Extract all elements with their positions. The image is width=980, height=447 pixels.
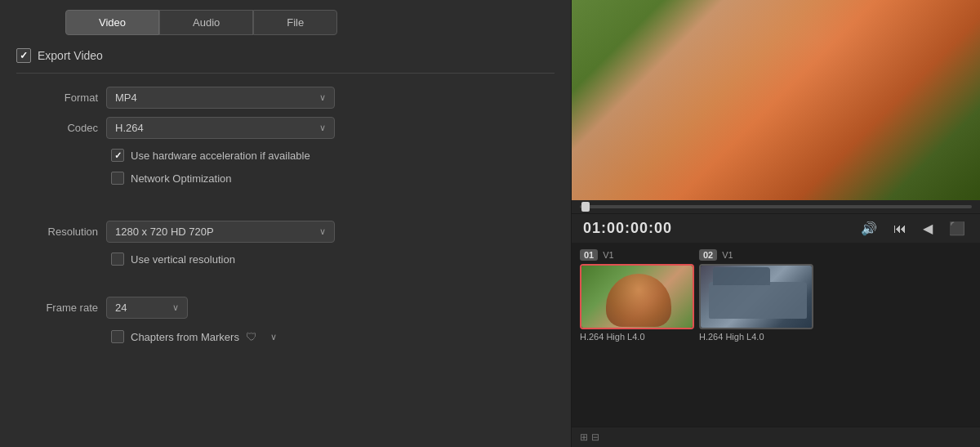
resolution-value: 1280 x 720 HD 720P <box>115 226 214 238</box>
person-overlay <box>572 0 980 200</box>
clip-1-header: 01 V1 <box>580 249 694 261</box>
frame-rate-value: 24 <box>115 302 127 314</box>
codec-value: H.264 <box>115 122 144 134</box>
frame-rate-arrow: ∨ <box>172 302 179 313</box>
hardware-accel-checkmark: ✓ <box>114 150 122 161</box>
right-panel: 01:00:00:00 🔊 ⏮ ◀ ⬛ 01 V1 H.264 High L4.… <box>572 0 980 447</box>
resolution-row: Resolution 1280 x 720 HD 720P ∨ <box>24 221 555 243</box>
codec-label: Codec <box>24 122 98 134</box>
export-video-row: ✓ Export Video <box>16 48 555 74</box>
hardware-accel-checkbox[interactable]: ✓ <box>111 149 124 162</box>
clip-1-badge: 01 <box>580 249 598 261</box>
form-section: Format MP4 ∨ Codec H.264 ∨ ✓ Use har <box>24 87 555 343</box>
clip-2-track: V1 <box>722 250 733 260</box>
clip-1-thumbnail[interactable] <box>580 264 694 329</box>
layout-icon[interactable]: ⊟ <box>591 431 599 443</box>
left-panel: Video Audio File ✓ Export Video Format M… <box>0 0 572 447</box>
frame-rate-dropdown[interactable]: 24 ∨ <box>106 297 188 319</box>
hardware-accel-row: ✓ Use hardware acceleration if available <box>111 149 555 162</box>
format-dropdown[interactable]: MP4 ∨ <box>106 87 335 109</box>
export-checkmark: ✓ <box>20 50 28 61</box>
format-label: Format <box>24 92 98 104</box>
codec-arrow: ∨ <box>319 123 326 133</box>
chapters-row: Chapters from Markers 🛡 ∨ <box>111 330 555 343</box>
vertical-res-row: Use vertical resolution <box>111 253 555 266</box>
play-back-icon[interactable]: ◀ <box>920 219 936 238</box>
controls-bar: 01:00:00:00 🔊 ⏮ ◀ ⬛ <box>572 213 980 243</box>
codec-row: Codec H.264 ∨ <box>24 117 555 139</box>
format-row: Format MP4 ∨ <box>24 87 555 109</box>
clips-row: 01 V1 H.264 High L4.0 02 V1 <box>580 249 972 342</box>
clip-2-wrapper: 02 V1 H.264 High L4.0 <box>699 249 813 342</box>
stop-icon[interactable]: ⬛ <box>946 219 969 238</box>
timeline-slider-thumb[interactable] <box>581 202 590 212</box>
skip-back-icon[interactable]: ⏮ <box>890 220 910 238</box>
shield-icon: 🛡 <box>246 330 257 343</box>
timeline-bar <box>572 200 980 213</box>
tab-audio[interactable]: Audio <box>159 10 253 35</box>
clip-2-thumbnail[interactable] <box>699 264 813 329</box>
format-arrow: ∨ <box>319 92 326 103</box>
resolution-label: Resolution <box>24 226 98 238</box>
volume-icon[interactable]: 🔊 <box>858 219 880 238</box>
grid-icon[interactable]: ⊞ <box>580 431 588 443</box>
hardware-accel-label: Use hardware acceleration if available <box>131 150 310 162</box>
clips-area: 01 V1 H.264 High L4.0 02 V1 <box>572 243 980 427</box>
chapters-arrow[interactable]: ∨ <box>270 332 277 342</box>
content-area: ✓ Export Video Format MP4 ∨ Codec H.264 … <box>0 35 571 447</box>
vertical-res-label: Use vertical resolution <box>131 253 235 266</box>
chapters-label: Chapters from Markers <box>131 331 239 343</box>
network-opt-checkbox[interactable] <box>111 172 124 185</box>
resolution-arrow: ∨ <box>319 226 326 237</box>
clip-2-image <box>701 266 812 328</box>
network-opt-row: Network Optimization <box>111 172 555 185</box>
clip-2-header: 02 V1 <box>699 249 813 261</box>
clip-1-label: H.264 High L4.0 <box>580 332 645 342</box>
export-video-label: Export Video <box>38 49 103 62</box>
tab-bar: Video Audio File <box>0 0 571 35</box>
clip-2-label: H.264 High L4.0 <box>699 332 764 342</box>
export-video-checkbox[interactable]: ✓ <box>16 48 31 63</box>
clip-1-track: V1 <box>603 250 613 260</box>
clip-2-badge: 02 <box>699 249 717 261</box>
codec-dropdown[interactable]: H.264 ∨ <box>106 117 335 139</box>
format-value: MP4 <box>115 92 137 104</box>
frame-rate-row: Frame rate 24 ∨ <box>24 297 555 319</box>
clip-1-image <box>581 266 693 328</box>
tab-file[interactable]: File <box>253 10 337 35</box>
network-opt-label: Network Optimization <box>131 172 232 185</box>
resolution-dropdown[interactable]: 1280 x 720 HD 720P ∨ <box>106 221 335 243</box>
video-preview <box>572 0 980 200</box>
vertical-res-checkbox[interactable] <box>111 253 124 266</box>
clip-1-wrapper: 01 V1 H.264 High L4.0 <box>580 249 694 342</box>
clip-2-truck <box>709 282 807 319</box>
bottom-bar: ⊞ ⊟ <box>572 427 980 447</box>
chapters-checkbox[interactable] <box>111 330 124 343</box>
clip-1-person <box>606 274 671 327</box>
timecode: 01:00:00:00 <box>583 220 848 237</box>
tab-video[interactable]: Video <box>65 10 159 35</box>
timeline-slider-track[interactable] <box>580 205 972 208</box>
frame-rate-label: Frame rate <box>24 302 98 314</box>
